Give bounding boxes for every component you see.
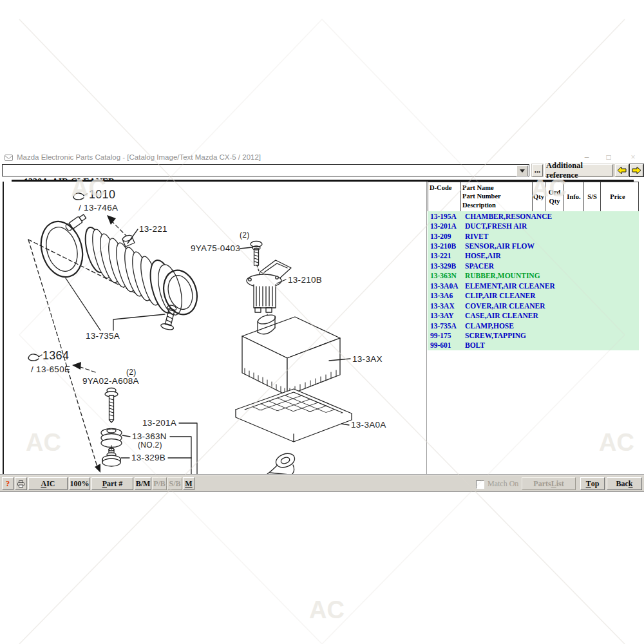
match-on-checkbox[interactable]: [476, 480, 484, 489]
table-row[interactable]: 13-3AXCOVER,AIR CLEANER: [428, 301, 639, 310]
table-row[interactable]: 13-201ADUCT,FRESH AIR: [428, 221, 639, 231]
row-d-code: 13-3AX: [428, 302, 465, 310]
table-row[interactable]: 13-3A6CLIP,AIR CLEANER: [428, 291, 639, 301]
row-d-code: 13-201A: [428, 222, 465, 230]
air-hose-drawing: [82, 225, 187, 317]
more-button[interactable]: ...: [532, 164, 543, 176]
zoom-level-button[interactable]: 100%: [69, 477, 90, 490]
bm-button[interactable]: B/M: [135, 477, 151, 490]
row-d-code: 13-735A: [428, 322, 465, 330]
table-row[interactable]: 13-329BSPACER: [428, 261, 639, 270]
leader-13-3a0a: [341, 424, 349, 425]
clamp-icon: [73, 193, 87, 200]
nav-next-button[interactable]: [630, 164, 643, 176]
part-label-13-201a[interactable]: 13-201A: [142, 418, 176, 428]
row-d-code: 13-3A0A: [428, 282, 465, 290]
row-d-code: 13-329B: [428, 262, 465, 270]
row-description: SCREW,TAPPING: [465, 332, 526, 339]
close-button[interactable]: ×: [626, 152, 640, 163]
row-d-code: 13-363N: [428, 272, 465, 279]
part-label-13-210b[interactable]: 13-210B: [288, 275, 322, 285]
row-d-code: 13-3A6: [428, 292, 465, 299]
leader-13-735a: [66, 278, 100, 330]
part-label-1364[interactable]: 1364: [43, 349, 69, 363]
printer-icon: [17, 480, 25, 488]
row-description: SENSOR,AIR FLOW: [465, 242, 535, 250]
row-d-code: 13-221: [428, 252, 465, 260]
table-row[interactable]: 13-210BSENSOR,AIR FLOW: [428, 241, 639, 251]
part-label-1010[interactable]: 1010: [89, 188, 115, 202]
row-d-code: 13-3AY: [428, 312, 465, 319]
row-description: RUBBER,MOUNTING: [465, 272, 540, 279]
col-header-d-code: D-Code: [428, 182, 461, 211]
svg-text:AC: AC: [309, 596, 345, 623]
part-label-13-746a[interactable]: / 13-746A: [79, 203, 118, 213]
diagram-panel: 1010 / 13-746A 13-221 (2) 9YA75-0403 13-…: [3, 182, 424, 475]
top-button[interactable]: Top: [580, 477, 605, 490]
row-description: COVER,AIR CLEANER: [465, 302, 545, 310]
part-label-9ya02-a608a[interactable]: 9YA02-A608A: [82, 376, 139, 386]
row-d-code: 13-210B: [428, 242, 465, 250]
back-button[interactable]: Back: [607, 477, 642, 490]
row-description: RIVET: [465, 232, 488, 240]
row-description: DUCT,FRESH AIR: [465, 222, 527, 230]
header-toolbar: 1330A AIR CLEANER ... Additional referen…: [0, 164, 644, 178]
part-label-13-735a[interactable]: 13-735A: [86, 331, 120, 341]
air-cleaner-cover-drawing: [242, 313, 350, 395]
table-row[interactable]: 99-175SCREW,TAPPING: [428, 330, 639, 340]
part-label-13-329b[interactable]: 13-329B: [131, 453, 166, 462]
bottom-toolbar: ? AIC 100% Part # B/M P/B S/B M Match On…: [0, 475, 644, 491]
table-header: D-Code Part Name Part Number Description…: [428, 182, 639, 212]
table-row[interactable]: 99-601BOLT: [428, 341, 639, 350]
mounting-bolt-drawing: [105, 388, 118, 423]
table-row[interactable]: 13-209RIVET: [428, 231, 639, 241]
aic-button[interactable]: AIC: [28, 477, 68, 490]
row-description: CASE,AIR CLEANER: [465, 312, 538, 319]
m-button[interactable]: M: [183, 477, 194, 490]
yellow-arrow-left-icon: [616, 166, 627, 175]
app-window: Mazda Electronic Parts Catalog - [Catalo…: [0, 151, 644, 491]
tapping-screw-drawing: [240, 242, 262, 266]
part-label-13-363n[interactable]: 13-363N: [132, 431, 167, 441]
col-header-qty: Qty: [533, 182, 545, 211]
row-description: CLAMP,HOSE: [465, 322, 514, 330]
part-qty-9ya75: (2): [240, 231, 250, 240]
part-number-button[interactable]: Part #: [91, 477, 133, 490]
table-row[interactable]: 13-221HOSE,AIR: [428, 251, 639, 261]
help-button[interactable]: ?: [2, 477, 14, 490]
section-combobox[interactable]: 1330A AIR CLEANER: [2, 164, 529, 176]
part-label-13-650e[interactable]: / 13-650E: [31, 365, 70, 374]
nav-previous-button[interactable]: [615, 164, 629, 176]
part-note-no2: (NO.2): [138, 440, 162, 450]
pb-button: P/B: [152, 477, 167, 490]
leader-9ya75: [240, 247, 252, 249]
match-on-label: Match On: [488, 479, 518, 489]
table-row[interactable]: 13-735ACLAMP,HOSE: [428, 321, 639, 330]
row-description: SPACER: [465, 262, 494, 270]
parts-list-button: Parts List: [522, 477, 576, 490]
row-d-code: 99-601: [428, 341, 465, 349]
combobox-dropdown-button[interactable]: [516, 166, 528, 176]
part-label-9ya75-0403[interactable]: 9YA75-0403: [191, 243, 240, 253]
hose-clamp-left-drawing: [35, 213, 89, 282]
additional-reference-button[interactable]: Additional reference: [545, 164, 613, 176]
table-row[interactable]: 13-3A0AELEMENT,AIR CLEANER: [428, 281, 639, 290]
grommet-drawing: [267, 451, 297, 475]
part-label-13-221[interactable]: 13-221: [139, 224, 167, 234]
table-row[interactable]: 13-363NRUBBER,MOUNTING: [428, 271, 639, 281]
row-d-code: 13-195A: [428, 213, 465, 220]
table-row[interactable]: 13-195ACHAMBER,RESONANCE: [428, 211, 639, 221]
row-description: CLIP,AIR CLEANER: [465, 292, 536, 299]
chevron-down-icon: [520, 169, 525, 173]
screenshot-canvas: { "window": { "title": "Mazda Electronic…: [0, 0, 644, 644]
print-button[interactable]: [15, 477, 27, 490]
row-description: HOSE,AIR: [465, 252, 501, 260]
part-label-13-3a0a[interactable]: 13-3A0A: [351, 420, 386, 430]
part-qty-9ya02: (2): [126, 368, 137, 377]
table-row[interactable]: 13-3AYCASE,AIR CLEANER: [428, 310, 639, 320]
col-header-part: Part Name Part Number Description: [461, 182, 533, 211]
row-d-code: 13-209: [428, 232, 465, 240]
part-label-13-3ax[interactable]: 13-3AX: [352, 354, 383, 364]
col-header-ord-qty: Ord Qty: [545, 182, 564, 211]
col-header-price: Price: [601, 182, 634, 211]
